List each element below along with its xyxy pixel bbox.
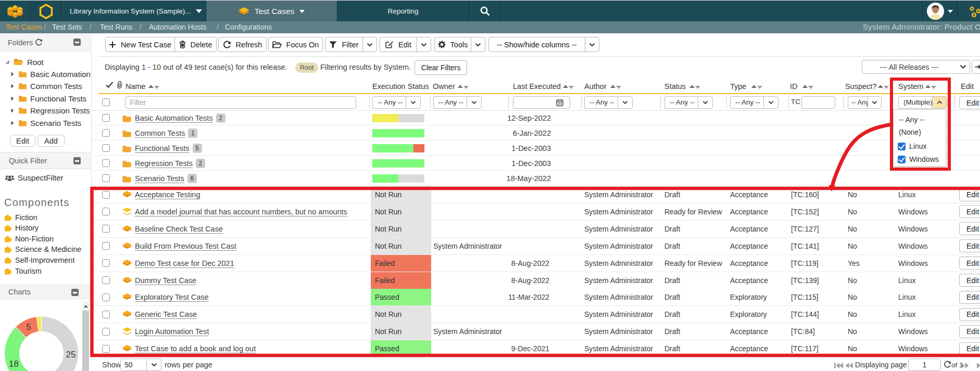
component-item[interactable]: Science & Medicine — [4, 244, 92, 255]
app-logo[interactable] — [0, 1, 30, 22]
test-case-name-link[interactable]: Exploratory Test Case — [135, 293, 209, 301]
chevron-down-icon[interactable] — [618, 96, 633, 109]
row-checkbox[interactable] — [102, 225, 110, 233]
filter-dropdown-chevron[interactable] — [362, 37, 377, 52]
charts-scrollbar[interactable] — [82, 302, 89, 371]
column-header-last-executed[interactable]: Last Executed — [513, 82, 561, 91]
sort-icons-id[interactable] — [802, 85, 814, 90]
test-case-name-link[interactable]: Login Automation Test — [135, 327, 209, 336]
checked-checkbox-icon[interactable] — [898, 156, 906, 163]
execution-status-filter[interactable]: -- Any -- — [372, 96, 421, 109]
row-edit-button[interactable]: Edit — [959, 205, 980, 218]
row-checkbox[interactable] — [102, 159, 110, 167]
row-checkbox[interactable] — [102, 259, 110, 267]
chevron-up-icon[interactable] — [932, 96, 947, 109]
sort-icons-system[interactable] — [925, 85, 937, 90]
select-all-checkbox[interactable] — [102, 98, 110, 106]
folder-tree-item[interactable]: Basic Automation Tests — [0, 68, 92, 80]
folder-name-link[interactable]: Regression Tests2 — [135, 159, 205, 168]
show-hide-columns-chevron[interactable] — [585, 37, 599, 52]
quick-filter-collapse-button[interactable] — [73, 157, 81, 164]
page-size-select[interactable]: 50 — [120, 359, 161, 371]
status-filter[interactable]: -- Any -- — [664, 96, 713, 109]
component-item[interactable]: Non-Fiction — [4, 233, 92, 244]
select-all-check-icon[interactable] — [106, 81, 114, 89]
component-item[interactable]: Self-Improvement — [4, 254, 92, 265]
release-select[interactable]: --- All Releases --- — [862, 60, 957, 74]
column-header-owner[interactable]: Owner — [433, 82, 455, 91]
row-checkbox[interactable] — [102, 208, 110, 215]
component-item[interactable]: Tourism — [4, 265, 92, 276]
folder-name-link[interactable]: Functional Tests5 — [135, 144, 202, 153]
component-item[interactable]: History — [4, 223, 92, 234]
row-checkbox[interactable] — [102, 276, 110, 284]
chevron-down-icon[interactable] — [406, 96, 421, 109]
test-case-name-link[interactable]: Test Case to add a book and log out — [135, 344, 256, 353]
column-header-author[interactable]: Author — [584, 82, 607, 91]
sort-icons-last-executed[interactable] — [563, 85, 574, 90]
chevron-down-icon[interactable] — [467, 96, 482, 109]
column-header-id[interactable]: ID — [790, 82, 798, 91]
row-edit-button[interactable]: Edit — [959, 325, 980, 338]
column-header-system[interactable]: System — [898, 82, 923, 91]
row-edit-button[interactable]: Edit — [959, 257, 980, 270]
row-edit-button[interactable]: Edit — [959, 239, 980, 252]
release-select-chevron[interactable] — [956, 60, 970, 74]
folders-collapse-button[interactable] — [73, 39, 81, 46]
author-filter[interactable]: -- Any -- — [584, 96, 633, 109]
previous-page-icon[interactable] — [845, 361, 853, 370]
chevron-down-icon[interactable] — [698, 96, 713, 109]
next-page-icon[interactable] — [961, 361, 969, 370]
column-header-execution-status[interactable]: Execution Status — [372, 82, 429, 91]
test-case-name-link[interactable]: Generic Test Case — [135, 310, 197, 318]
subnav-configurations[interactable]: Configurations — [225, 21, 272, 33]
row-checkbox[interactable] — [102, 144, 110, 152]
subnav-test-sets[interactable]: Test Sets — [52, 21, 82, 33]
tab-test-cases[interactable]: Test Cases — [206, 1, 337, 22]
row-edit-button[interactable]: Edit — [959, 342, 980, 355]
chevron-down-icon[interactable] — [763, 96, 778, 109]
system-option-linux[interactable]: Linux — [898, 142, 926, 150]
scrollbar-up-icon[interactable] — [82, 302, 89, 311]
delete-button[interactable]: Delete — [175, 37, 217, 52]
column-header-status[interactable]: Status — [664, 82, 686, 91]
focus-on-button[interactable]: Focus On — [268, 37, 323, 52]
global-search-button[interactable] — [469, 1, 500, 22]
tab-reporting[interactable]: Reporting — [337, 1, 469, 22]
folders-edit-button[interactable]: Edit — [10, 135, 35, 147]
row-checkbox[interactable] — [102, 293, 110, 301]
calendar-icon[interactable] — [556, 99, 563, 108]
folder-tree-item[interactable]: Common Tests — [0, 80, 92, 93]
apply-release-button[interactable] — [972, 60, 980, 74]
test-case-name-link[interactable]: Baseline Check Test Case — [135, 225, 223, 233]
test-case-name-link[interactable]: Acceptance Testing — [135, 190, 200, 199]
system-option-windows[interactable]: Windows — [898, 155, 939, 163]
subnav-automation-hosts[interactable]: Automation Hosts — [149, 21, 207, 33]
user-menu[interactable] — [923, 1, 957, 22]
refresh-folders-icon[interactable] — [35, 39, 43, 48]
row-checkbox[interactable] — [102, 328, 110, 336]
sort-icons-name[interactable] — [148, 85, 160, 90]
row-checkbox[interactable] — [102, 114, 110, 122]
row-checkbox[interactable] — [102, 345, 110, 353]
row-edit-button[interactable]: Edit — [959, 274, 980, 287]
refresh-button[interactable]: Refresh — [218, 37, 267, 52]
product-selector[interactable]: Library Information System (Sample)... — [61, 1, 206, 22]
test-case-name-link[interactable]: Add a model journal that has account num… — [135, 208, 347, 216]
row-checkbox[interactable] — [102, 174, 110, 182]
first-page-icon[interactable] — [834, 361, 843, 370]
page-number-input[interactable] — [908, 359, 941, 371]
new-test-case-button[interactable]: New Test Case — [105, 37, 175, 52]
folders-add-button[interactable]: Add — [37, 135, 65, 147]
owner-filter[interactable]: -- Any -- — [433, 96, 482, 109]
id-filter-input[interactable] — [801, 96, 835, 109]
folder-tree-item[interactable]: Regression Tests — [0, 105, 92, 117]
charts-collapse-button[interactable] — [71, 289, 79, 296]
folder-name-link[interactable]: Common Tests1 — [135, 129, 197, 138]
subnav-test-runs[interactable]: Test Runs — [100, 21, 132, 33]
filter-button[interactable]: Filter — [325, 37, 363, 52]
test-case-name-link[interactable]: Demo Test case for Dec 2021 — [135, 259, 234, 267]
column-header-suspect[interactable]: Suspect? — [845, 82, 876, 91]
row-edit-button[interactable]: Edit — [959, 188, 980, 201]
row-checkbox[interactable] — [102, 129, 110, 137]
